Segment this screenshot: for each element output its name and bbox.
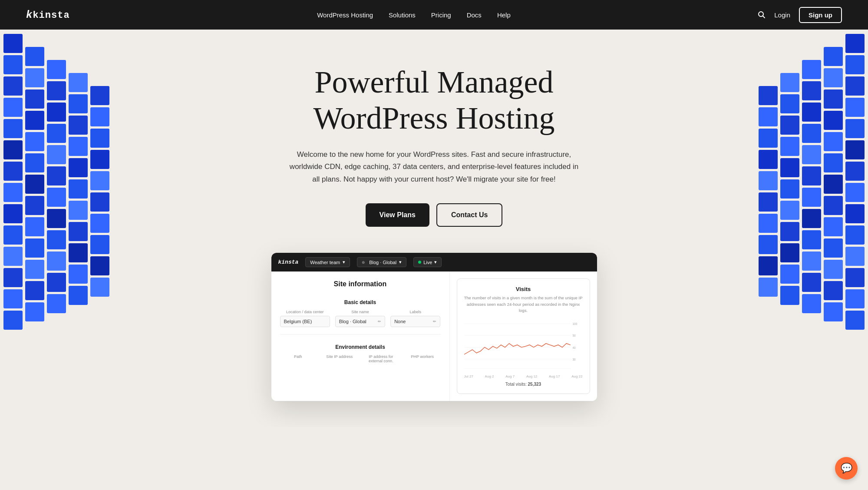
site-ip-label: Site IP address (321, 354, 358, 359)
site-name-label: Site name (335, 310, 385, 314)
labels-field: Labels None ✏ (390, 310, 440, 327)
decorative-blocks-right (742, 30, 868, 427)
labels-value: None ✏ (390, 316, 440, 327)
nav-wordpress-hosting[interactable]: WordPress Hosting (317, 11, 373, 19)
php-field: PHP workers (404, 354, 441, 365)
location-label: Location / data center (280, 310, 330, 314)
env-section: Environment details Path Site IP address… (280, 334, 441, 365)
visits-card: Visits The number of visits in a given m… (457, 278, 590, 394)
nav-docs[interactable]: Docs (467, 11, 482, 19)
hero-title: Powerful Managed WordPress Hosting (271, 64, 597, 136)
edit-labels-icon: ✏ (433, 319, 436, 324)
dashboard-topbar: kinsta Weather team ▾ ⊕ Blog · Global ▾ … (271, 253, 597, 271)
dashboard-left-panel: Site information Basic details Location … (271, 271, 449, 401)
chart-svg: 100 50 40 30 (464, 319, 583, 371)
contact-us-button[interactable]: Contact Us (436, 203, 502, 227)
navbar-center: WordPress Hosting Solutions Pricing Docs… (317, 11, 511, 19)
chart-x-labels: Jul 27 Aug 2 Aug 7 Aug 12 Aug 17 Aug 22 (464, 374, 583, 378)
svg-text:40: 40 (572, 346, 575, 350)
search-button[interactable] (758, 11, 766, 19)
php-label: PHP workers (404, 354, 441, 359)
dashboard-logo: kinsta (278, 259, 299, 265)
visits-chart: 100 50 40 30 (464, 319, 583, 371)
dashboard-status: Live ▾ (413, 257, 442, 267)
view-plans-button[interactable]: View Plans (366, 203, 429, 227)
env-fields: Path Site IP address IP address for exte… (280, 354, 441, 365)
basic-details-title: Basic details (280, 295, 441, 305)
svg-text:50: 50 (572, 334, 575, 338)
location-value: Belgium (BE) (280, 316, 330, 327)
site-info-title: Site information (280, 280, 441, 288)
path-field: Path (280, 354, 317, 365)
chat-icon: 💬 (841, 463, 852, 474)
dashboard-body: Site information Basic details Location … (271, 271, 597, 401)
navbar: kkinsta WordPress Hosting Solutions Pric… (0, 0, 868, 30)
chat-bubble[interactable]: 💬 (835, 457, 858, 480)
nav-solutions[interactable]: Solutions (389, 11, 416, 19)
env-title: Environment details (280, 340, 441, 350)
signup-button[interactable]: Sign up (799, 7, 842, 23)
dashboard-preview: kinsta Weather team ▾ ⊕ Blog · Global ▾ … (271, 253, 597, 401)
ext-conn-field: IP address for external conn. (363, 354, 399, 365)
dashboard-dropdown-site[interactable]: ⊕ Blog · Global ▾ (357, 257, 406, 267)
visits-desc: The number of visits in a given month is… (464, 295, 583, 314)
site-name-value: Blog · Global ✏ (335, 316, 385, 327)
basic-details-fields: Location / data center Belgium (BE) Site… (280, 310, 441, 327)
edit-icon: ✏ (378, 319, 381, 324)
navbar-left: kkinsta (26, 9, 70, 21)
svg-text:100: 100 (572, 322, 577, 326)
live-dot (418, 261, 421, 264)
search-icon (758, 11, 766, 19)
labels-label: Labels (390, 310, 440, 314)
svg-text:30: 30 (572, 358, 575, 362)
hero-subtitle: Welcome to the new home for your WordPre… (287, 149, 582, 186)
navbar-right: Login Sign up (758, 7, 842, 23)
logo[interactable]: kkinsta (26, 9, 70, 21)
site-ip-field: Site IP address (321, 354, 358, 365)
dashboard-dropdown-team[interactable]: Weather team ▾ (305, 257, 350, 267)
ext-conn-label: IP address for external conn. (363, 354, 399, 363)
decorative-blocks-left (0, 30, 126, 427)
visits-title: Visits (464, 286, 583, 292)
dashboard-right-panel: Visits The number of visits in a given m… (449, 271, 597, 401)
location-field: Location / data center Belgium (BE) (280, 310, 330, 327)
path-label: Path (280, 354, 317, 359)
hero-section: Powerful Managed WordPress Hosting Welco… (0, 30, 868, 427)
login-link[interactable]: Login (774, 11, 790, 19)
visits-total: Total visits: 25,323 (464, 382, 583, 387)
nav-pricing[interactable]: Pricing (431, 11, 451, 19)
hero-buttons: View Plans Contact Us (271, 203, 597, 227)
site-name-field: Site name Blog · Global ✏ (335, 310, 385, 327)
nav-help[interactable]: Help (497, 11, 511, 19)
hero-content: Powerful Managed WordPress Hosting Welco… (271, 64, 597, 401)
